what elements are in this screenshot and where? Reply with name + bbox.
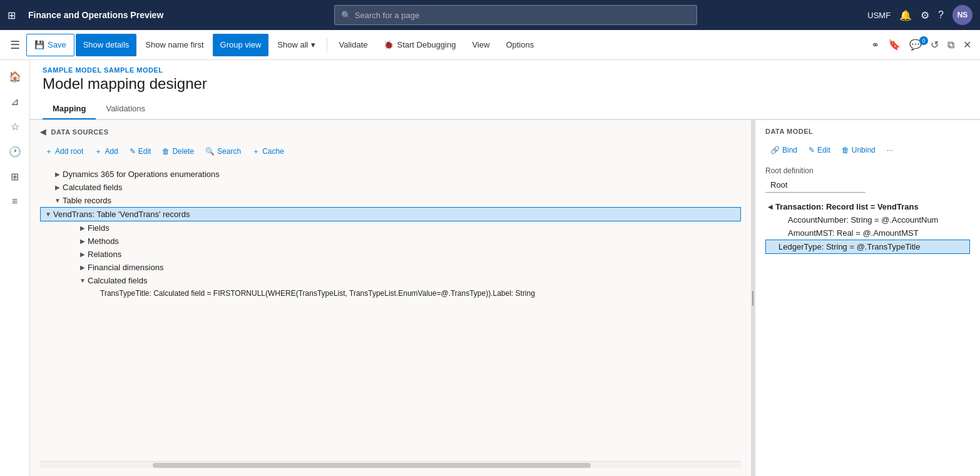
edit-icon: ✎ — [130, 147, 136, 156]
sidebar-toggle-icon[interactable]: ☰ — [5, 38, 25, 52]
divider — [327, 38, 327, 53]
sidebar-item-home[interactable]: 🏠 — [4, 65, 26, 88]
sidebar-item-filter[interactable]: ⊿ — [4, 90, 26, 113]
breadcrumb: SAMPLE MODEL SAMPLE MODEL — [30, 60, 980, 75]
panel-toolbar: ＋ Add root ＋ Add ✎ Edit 🗑 Delete — [40, 143, 741, 160]
connect-icon[interactable]: ⚭ — [867, 39, 883, 51]
edit-button[interactable]: ✎ Edit — [125, 143, 156, 160]
dm-edit-button[interactable]: ✎ Edit — [804, 141, 835, 159]
start-debugging-button[interactable]: 🐞 Start Debugging — [376, 34, 463, 56]
validate-button[interactable]: Validate — [331, 34, 375, 56]
refresh-icon[interactable]: ↺ — [927, 39, 942, 51]
settings-icon[interactable]: ⚙ — [921, 9, 929, 21]
datasources-tree: ▶ Dynamics 365 for Operations enumeratio… — [40, 168, 741, 461]
badge-wrap: 💬 0 — [906, 39, 926, 51]
tree-item-calFields1[interactable]: ▶ Calculated fields — [40, 181, 741, 194]
dm-tree-item-accountnumber[interactable]: AccountNumber: String = @.AccountNum — [765, 213, 970, 226]
content-area: ◀ DATA SOURCES ＋ Add root ＋ Add ✎ Edit — [30, 120, 980, 476]
h-scrollbar-thumb[interactable] — [153, 463, 591, 468]
dm-tree-item-amountmst[interactable]: AmountMST: Real = @.AmountMST — [765, 226, 970, 240]
more-icon: ··· — [887, 146, 893, 154]
dm-tree-item-ledgertype[interactable]: LedgerType: String = @.TransTypeTitle — [765, 240, 970, 254]
datasources-header: ◀ DATA SOURCES — [40, 128, 741, 136]
tree-item-tableRecords[interactable]: ▼ Table records — [40, 194, 741, 207]
tabs: Mapping Validations — [30, 99, 980, 119]
chevron-icon: ◀ — [765, 203, 775, 210]
chevron-icon: ▶ — [53, 184, 63, 191]
top-nav-right: USMF 🔔 ⚙ ? NS — [867, 5, 972, 25]
sidebar-item-recent[interactable]: 🕐 — [4, 140, 26, 163]
search-button[interactable]: 🔍 Search — [200, 143, 246, 160]
add-button[interactable]: ＋ Add — [89, 143, 123, 160]
tree-item-calcfields2[interactable]: ▼ Calculated fields — [40, 274, 741, 287]
left-sidebar: 🏠 ⊿ ☆ 🕐 ⊞ ≡ — [0, 60, 30, 476]
root-def-label: Root definition — [765, 166, 970, 175]
add-icon: ＋ — [94, 146, 102, 157]
more-button[interactable]: ··· — [882, 141, 898, 159]
delete-icon: 🗑 — [162, 147, 170, 156]
grid-icon[interactable]: ⊞ — [8, 9, 16, 21]
add-root-button[interactable]: ＋ Add root — [40, 143, 88, 160]
main-content: SAMPLE MODEL SAMPLE MODEL Model mapping … — [30, 60, 980, 476]
debug-icon: 🐞 — [384, 40, 394, 49]
bookmark-icon[interactable]: 🔖 — [884, 39, 904, 51]
save-icon: 💾 — [34, 40, 44, 49]
tree-item-vendtrans[interactable]: ▼ VendTrans: Table 'VendTrans' records — [40, 207, 741, 221]
unbind-button[interactable]: 🗑 Unbind — [837, 141, 880, 159]
new-window-icon[interactable]: ⧉ — [944, 39, 958, 51]
datamodel-toolbar: 🔗 Bind ✎ Edit 🗑 Unbind ··· — [765, 141, 970, 159]
tree-item-relations[interactable]: ▶ Relations — [40, 248, 741, 261]
app-title: Finance and Operations Preview — [28, 10, 163, 20]
show-details-button[interactable]: Show details — [76, 34, 137, 56]
cache-icon: ＋ — [252, 146, 260, 157]
root-def-value: Root — [765, 178, 865, 193]
chat-badge: 0 — [919, 36, 928, 45]
options-button[interactable]: Options — [498, 34, 541, 56]
chevron-icon: ▶ — [78, 251, 88, 258]
avatar[interactable]: NS — [952, 5, 972, 25]
sidebar-item-workspace[interactable]: ⊞ — [4, 165, 26, 188]
cache-button[interactable]: ＋ Cache — [247, 143, 289, 160]
collapse-icon[interactable]: ◀ — [40, 128, 46, 136]
page-title: Model mapping designer — [30, 75, 980, 99]
add-root-icon: ＋ — [45, 146, 53, 157]
datasources-panel: ◀ DATA SOURCES ＋ Add root ＋ Add ✎ Edit — [30, 120, 751, 476]
bind-icon: 🔗 — [770, 146, 780, 154]
close-icon[interactable]: ✕ — [959, 39, 975, 51]
search-bar[interactable]: 🔍 Search for a page — [334, 5, 697, 25]
tree-item-fields[interactable]: ▶ Fields — [40, 221, 741, 235]
tree-item-financialdims[interactable]: ▶ Financial dimensions — [40, 261, 741, 274]
datamodel-panel: DATA MODEL 🔗 Bind ✎ Edit 🗑 Unbind — [755, 120, 980, 476]
datamodel-tree: ◀ Transaction: Record list = VendTrans A… — [765, 200, 970, 468]
show-name-button[interactable]: Show name first — [138, 34, 211, 56]
help-icon[interactable]: ? — [938, 9, 944, 21]
dm-tree-item-transaction[interactable]: ◀ Transaction: Record list = VendTrans — [765, 200, 970, 213]
top-nav: ⊞ Finance and Operations Preview 🔍 Searc… — [0, 0, 980, 30]
tree-item-enum[interactable]: ▶ Dynamics 365 for Operations enumeratio… — [40, 168, 741, 181]
chevron-icon: ▼ — [43, 211, 53, 218]
sidebar-item-favorites[interactable]: ☆ — [4, 115, 26, 138]
main-layout: 🏠 ⊿ ☆ 🕐 ⊞ ≡ SAMPLE MODEL SAMPLE MODEL Mo… — [0, 60, 980, 476]
save-button[interactable]: 💾 Save — [26, 34, 74, 56]
group-view-button[interactable]: Group view — [213, 34, 269, 56]
search-icon: 🔍 — [205, 147, 215, 156]
chevron-icon: ▶ — [78, 225, 88, 231]
sidebar-item-list[interactable]: ≡ — [4, 190, 26, 213]
tab-validations[interactable]: Validations — [96, 99, 155, 119]
notification-icon[interactable]: 🔔 — [899, 9, 912, 21]
tree-item-transtypetitle[interactable]: TransTypeTitle: Calculated field = FIRST… — [40, 287, 741, 300]
delete-button[interactable]: 🗑 Delete — [157, 143, 199, 160]
edit-icon: ✎ — [809, 146, 815, 154]
chevron-icon: ▶ — [78, 238, 88, 245]
h-scrollbar[interactable] — [40, 461, 741, 468]
view-button[interactable]: View — [464, 34, 497, 56]
chevron-down-icon: ▾ — [311, 40, 315, 49]
toolbar: ☰ 💾 Save Show details Show name first Gr… — [0, 30, 980, 60]
tree-item-methods[interactable]: ▶ Methods — [40, 235, 741, 248]
chevron-icon: ▶ — [53, 171, 63, 178]
datamodel-header: DATA MODEL — [765, 128, 970, 135]
show-all-button[interactable]: Show all ▾ — [270, 34, 323, 56]
bind-button[interactable]: 🔗 Bind — [765, 141, 802, 159]
chevron-icon: ▶ — [78, 264, 88, 271]
tab-mapping[interactable]: Mapping — [43, 99, 96, 119]
